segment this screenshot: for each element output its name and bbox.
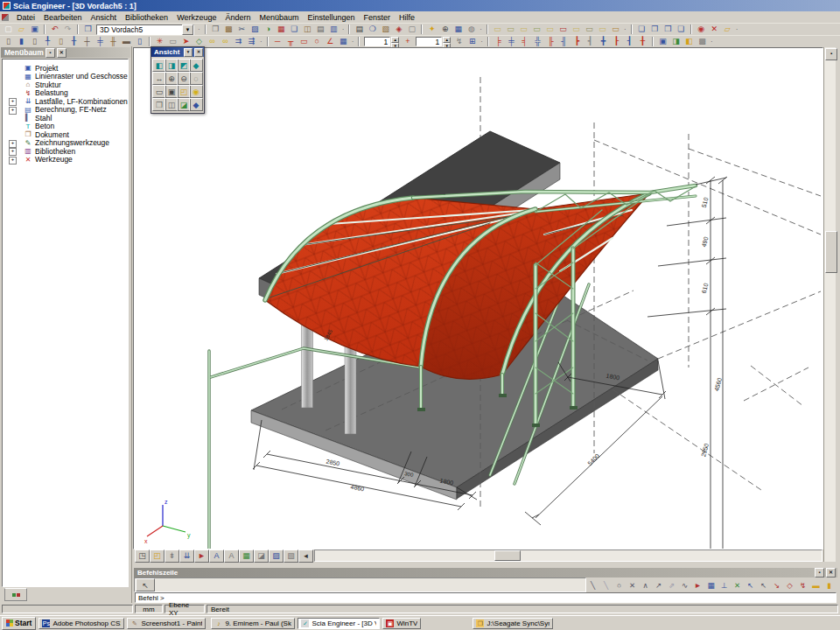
member-11-button[interactable]: ┨ — [623, 36, 636, 47]
layer-spinner-value[interactable]: 1 — [416, 37, 442, 46]
license-key-button[interactable]: ✦ — [425, 24, 438, 35]
table-view-button[interactable]: ▤ — [314, 24, 327, 35]
filter-5-button[interactable]: ▭ — [543, 24, 556, 35]
taskbar-photoshop[interactable]: PsAdobe Photoshop CS3 E... — [38, 618, 124, 629]
snap-circle-button[interactable]: ○ — [612, 579, 626, 591]
tree-item-projekt[interactable]: ▣Projekt — [3, 64, 128, 73]
menu-item-hilfe[interactable]: Hilfe — [395, 12, 419, 23]
toolbar-overflow[interactable]: · — [480, 38, 483, 46]
chevron-down-icon[interactable]: ▼ — [184, 48, 192, 57]
tree-item-zeichnungswerkzeuge[interactable]: +✎Zeichnungswerkzeuge — [3, 139, 128, 148]
member-5-button[interactable]: ╟ — [544, 36, 557, 47]
draw-rect-button[interactable]: ▭ — [298, 36, 311, 47]
member-8-button[interactable]: ┫ — [584, 36, 597, 47]
view-layout-4-button[interactable]: ❏ — [675, 24, 688, 35]
filter-8-button[interactable]: ▭ — [583, 24, 596, 35]
paste-button[interactable]: ▨ — [248, 24, 262, 35]
view-layout-3-button[interactable]: ❒ — [662, 24, 675, 35]
filter-7-button[interactable]: ▭ — [570, 24, 583, 35]
member-12-button[interactable]: ╂ — [636, 36, 649, 47]
taskbar-seagate-folder[interactable]: ❐J:\Seagate Sync\SyncRe... — [472, 618, 553, 629]
panel-tab[interactable] — [4, 588, 27, 601]
toolbar-overflow[interactable]: · — [198, 25, 200, 33]
gallery-button[interactable]: ▩ — [222, 24, 235, 35]
snap-cross-green-button[interactable]: ✕ — [731, 579, 744, 591]
member-6-button[interactable]: ╢ — [557, 36, 570, 47]
view-layout-1-button[interactable]: ❏ — [635, 24, 648, 35]
tree-item-bibliotheken[interactable]: +▥Bibliotheken — [3, 147, 128, 156]
filter-3-button[interactable]: ▭ — [517, 24, 530, 35]
toolbar-overflow[interactable]: · — [342, 25, 345, 33]
copy-picture-button[interactable]: ❐ — [209, 24, 222, 35]
grid-snap-button[interactable]: ⊞ — [466, 36, 479, 47]
draw-polyline-button[interactable]: ╥ — [284, 36, 298, 47]
labels-a-button[interactable]: A — [209, 550, 224, 563]
zoom-tool-button[interactable]: ⊕ — [438, 24, 452, 35]
cut-structure-button[interactable]: ✂ — [235, 24, 248, 35]
render-mode-button[interactable]: ◑ — [262, 24, 275, 35]
filter-6-button[interactable]: ▭ — [556, 24, 570, 35]
pin-icon[interactable]: ▪ — [46, 48, 55, 58]
labels-b-button[interactable]: A — [224, 550, 239, 563]
loads-display2-button[interactable]: ⇊ — [179, 550, 194, 563]
section-box-button[interactable]: ◫ — [301, 24, 314, 35]
chevron-down-icon[interactable]: ▼ — [182, 24, 193, 35]
spinner-up-icon[interactable]: ▲ — [443, 37, 451, 43]
link-1-button[interactable]: ∞ — [206, 36, 219, 47]
command-input[interactable]: Befehl > — [135, 592, 836, 603]
export-view-button[interactable]: ◨ — [669, 36, 682, 47]
member-1-button[interactable]: ╞ — [492, 36, 505, 47]
snap-beam-button[interactable]: ▬ — [809, 579, 822, 591]
draw-grid-button[interactable]: ▦ — [337, 36, 350, 47]
window-pic-button[interactable]: ❏ — [288, 24, 301, 35]
doc-image-button[interactable]: ▥ — [327, 24, 340, 35]
filter-10-button[interactable]: ▭ — [609, 24, 622, 35]
start-button[interactable]: Start — [2, 617, 36, 630]
light-button[interactable]: ◉ — [189, 85, 203, 98]
viewport-3d[interactable]: 510 490 610 2950 4560 1800 5400 2850 300… — [133, 47, 823, 550]
menu-item-bibliotheken[interactable]: Bibliotheken — [121, 12, 172, 23]
view-axo-button[interactable]: ◆ — [189, 59, 203, 72]
toolbar-overflow[interactable]: · — [480, 25, 482, 33]
filter-1-button[interactable]: ▭ — [491, 24, 504, 35]
close-viewport-button[interactable]: ❒ — [81, 24, 94, 35]
tree-item-dokument[interactable]: ❐Dokument — [3, 130, 128, 139]
undo-button[interactable]: ↶ — [48, 24, 61, 35]
menu-item-ändern[interactable]: Ändern — [220, 12, 255, 23]
snap-peak-button[interactable]: ∧ — [639, 579, 652, 591]
tree-item-beton[interactable]: TBeton — [3, 122, 128, 131]
cursor-arrow-icon[interactable]: ↖ — [136, 578, 155, 592]
snap-line1-button[interactable]: ╲ — [586, 579, 599, 591]
settings-view-button[interactable]: ▩ — [696, 36, 709, 47]
layers-button[interactable]: ▦ — [275, 24, 288, 35]
member-7-button[interactable]: ┣ — [570, 36, 584, 47]
cursor-mode-1-button[interactable]: ↖ — [744, 579, 757, 591]
taskbar-scia-engineer[interactable]: ✓Scia Engineer - [3D Vo... — [298, 618, 380, 629]
preview-button[interactable]: ❍ — [366, 24, 379, 35]
solid-box-button[interactable]: ◰ — [150, 550, 164, 563]
snap-perp-button[interactable]: ⊥ — [718, 579, 731, 591]
ansicht-header[interactable]: Ansicht ▼ ✕ — [151, 47, 204, 57]
open-button[interactable]: ▱ — [15, 24, 28, 35]
menu-item-menübaum[interactable]: Menübaum — [256, 12, 304, 23]
close-icon[interactable]: ✕ — [57, 48, 66, 58]
v-scroll-top-button[interactable]: ▪ — [825, 48, 837, 60]
filter-2-button[interactable]: ▭ — [504, 24, 517, 35]
spinner-up-icon[interactable]: ▲ — [391, 37, 399, 43]
draw-line-button[interactable]: ─ — [271, 36, 284, 47]
page-button[interactable]: ▢ — [405, 24, 418, 35]
menu-item-fenster[interactable]: Fenster — [360, 12, 396, 23]
taskbar-paint[interactable]: ✎Screenshot1 - Paint — [127, 618, 206, 629]
draw-angle-button[interactable]: ∠ — [324, 36, 337, 47]
tree-item-struktur[interactable]: ⌂Struktur — [3, 80, 128, 89]
project-combo[interactable]: 3D Vordach5 ▼ — [96, 24, 194, 35]
tree-item-lastfaelle[interactable]: +⇊Lastfälle, LF-Kombinationen — [3, 97, 128, 106]
activity-spinner[interactable]: 1 ▲▼ — [364, 37, 399, 46]
cursor-mode-2-button[interactable]: ↖ — [757, 579, 770, 591]
member-2-button[interactable]: ╪ — [505, 36, 518, 47]
taskbar-media-file[interactable]: ♪9. Eminem - Paul (Skit) - ... — [211, 618, 295, 629]
calculator-button[interactable]: ▦ — [452, 24, 465, 35]
render-button[interactable]: ◆ — [189, 98, 203, 111]
pin-icon[interactable]: ▪ — [815, 568, 824, 578]
wire-box-button[interactable]: ◳ — [135, 550, 150, 563]
